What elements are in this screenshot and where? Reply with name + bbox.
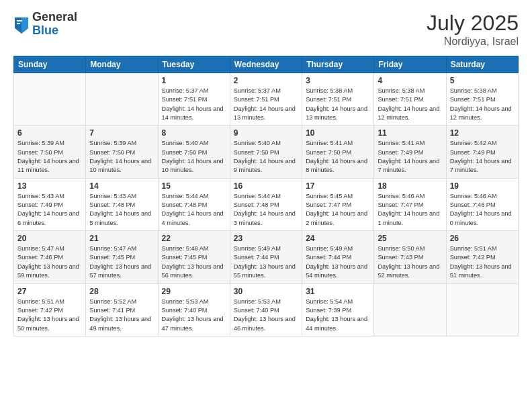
title-month: July 2025 <box>427 11 519 36</box>
calendar-cell <box>374 283 446 336</box>
calendar-cell: 6Sunrise: 5:39 AM Sunset: 7:50 PM Daylig… <box>14 126 86 178</box>
day-number: 9 <box>234 128 298 138</box>
day-number: 4 <box>378 76 442 85</box>
day-info: Sunrise: 5:40 AM Sunset: 7:50 PM Dayligh… <box>162 139 226 175</box>
day-number: 2 <box>234 76 298 85</box>
day-info: Sunrise: 5:39 AM Sunset: 7:50 PM Dayligh… <box>17 139 82 175</box>
day-info: Sunrise: 5:53 AM Sunset: 7:40 PM Dayligh… <box>162 298 226 333</box>
day-info: Sunrise: 5:44 AM Sunset: 7:48 PM Dayligh… <box>234 192 298 228</box>
day-number: 24 <box>306 234 370 243</box>
day-number: 5 <box>450 76 515 85</box>
calendar-cell: 19Sunrise: 5:46 AM Sunset: 7:46 PM Dayli… <box>446 178 518 230</box>
day-info: Sunrise: 5:41 AM Sunset: 7:50 PM Dayligh… <box>306 139 370 175</box>
day-number: 10 <box>306 128 370 138</box>
calendar-cell: 13Sunrise: 5:43 AM Sunset: 7:49 PM Dayli… <box>14 178 86 230</box>
day-number: 14 <box>89 181 154 191</box>
calendar-cell: 16Sunrise: 5:44 AM Sunset: 7:48 PM Dayli… <box>230 178 302 230</box>
day-number: 15 <box>162 181 226 191</box>
day-number: 7 <box>89 128 154 138</box>
day-number: 25 <box>378 234 442 243</box>
day-info: Sunrise: 5:47 AM Sunset: 7:46 PM Dayligh… <box>17 244 82 280</box>
calendar-cell: 31Sunrise: 5:54 AM Sunset: 7:39 PM Dayli… <box>302 283 374 336</box>
calendar-cell: 28Sunrise: 5:52 AM Sunset: 7:41 PM Dayli… <box>86 283 158 336</box>
header: General Blue July 2025 Nordiyya, Israel <box>13 11 519 48</box>
day-number: 16 <box>234 181 298 191</box>
day-number: 21 <box>89 234 154 243</box>
day-info: Sunrise: 5:45 AM Sunset: 7:47 PM Dayligh… <box>306 192 370 228</box>
calendar-header-row: Sunday Monday Tuesday Wednesday Thursday… <box>14 56 519 73</box>
calendar-cell: 9Sunrise: 5:40 AM Sunset: 7:50 PM Daylig… <box>230 126 302 178</box>
day-number: 18 <box>378 181 442 191</box>
calendar-week-5: 27Sunrise: 5:51 AM Sunset: 7:42 PM Dayli… <box>14 283 519 336</box>
calendar-cell: 30Sunrise: 5:53 AM Sunset: 7:40 PM Dayli… <box>230 283 302 336</box>
svg-rect-2 <box>17 20 22 21</box>
calendar-cell: 1Sunrise: 5:37 AM Sunset: 7:51 PM Daylig… <box>158 73 230 126</box>
day-number: 8 <box>162 128 226 138</box>
calendar-week-3: 13Sunrise: 5:43 AM Sunset: 7:49 PM Dayli… <box>14 178 519 230</box>
day-info: Sunrise: 5:48 AM Sunset: 7:45 PM Dayligh… <box>162 244 226 280</box>
day-info: Sunrise: 5:51 AM Sunset: 7:42 PM Dayligh… <box>450 244 515 280</box>
calendar-cell: 24Sunrise: 5:49 AM Sunset: 7:44 PM Dayli… <box>302 231 374 283</box>
calendar-cell: 3Sunrise: 5:38 AM Sunset: 7:51 PM Daylig… <box>302 73 374 126</box>
day-number: 26 <box>450 234 515 243</box>
col-friday: Friday <box>374 56 446 73</box>
page: General Blue July 2025 Nordiyya, Israel … <box>0 0 532 411</box>
day-number: 23 <box>234 234 298 243</box>
calendar-week-1: 1Sunrise: 5:37 AM Sunset: 7:51 PM Daylig… <box>14 73 519 126</box>
calendar-cell: 7Sunrise: 5:39 AM Sunset: 7:50 PM Daylig… <box>86 126 158 178</box>
calendar-cell: 11Sunrise: 5:41 AM Sunset: 7:49 PM Dayli… <box>374 126 446 178</box>
svg-marker-1 <box>21 17 28 34</box>
svg-rect-3 <box>17 23 20 24</box>
calendar-cell: 10Sunrise: 5:41 AM Sunset: 7:50 PM Dayli… <box>302 126 374 178</box>
calendar-cell: 26Sunrise: 5:51 AM Sunset: 7:42 PM Dayli… <box>446 231 518 283</box>
day-info: Sunrise: 5:38 AM Sunset: 7:51 PM Dayligh… <box>378 87 442 122</box>
day-info: Sunrise: 5:54 AM Sunset: 7:39 PM Dayligh… <box>306 298 370 333</box>
day-number: 1 <box>162 76 226 85</box>
calendar-cell <box>446 283 518 336</box>
day-number: 3 <box>306 76 370 85</box>
calendar-cell: 21Sunrise: 5:47 AM Sunset: 7:45 PM Dayli… <box>86 231 158 283</box>
day-number: 29 <box>162 287 226 296</box>
day-info: Sunrise: 5:47 AM Sunset: 7:45 PM Dayligh… <box>89 244 154 280</box>
col-wednesday: Wednesday <box>230 56 302 73</box>
day-info: Sunrise: 5:51 AM Sunset: 7:42 PM Dayligh… <box>17 298 82 333</box>
day-number: 27 <box>17 287 82 296</box>
day-info: Sunrise: 5:49 AM Sunset: 7:44 PM Dayligh… <box>234 244 298 280</box>
calendar-cell: 27Sunrise: 5:51 AM Sunset: 7:42 PM Dayli… <box>14 283 86 336</box>
day-number: 17 <box>306 181 370 191</box>
day-info: Sunrise: 5:38 AM Sunset: 7:51 PM Dayligh… <box>450 87 515 122</box>
calendar-cell: 14Sunrise: 5:43 AM Sunset: 7:48 PM Dayli… <box>86 178 158 230</box>
day-info: Sunrise: 5:40 AM Sunset: 7:50 PM Dayligh… <box>234 139 298 175</box>
calendar-week-4: 20Sunrise: 5:47 AM Sunset: 7:46 PM Dayli… <box>14 231 519 283</box>
day-info: Sunrise: 5:53 AM Sunset: 7:40 PM Dayligh… <box>234 298 298 333</box>
calendar-week-2: 6Sunrise: 5:39 AM Sunset: 7:50 PM Daylig… <box>14 126 519 178</box>
logo-icon <box>13 15 30 34</box>
day-number: 28 <box>89 287 154 296</box>
calendar-cell: 17Sunrise: 5:45 AM Sunset: 7:47 PM Dayli… <box>302 178 374 230</box>
day-info: Sunrise: 5:38 AM Sunset: 7:51 PM Dayligh… <box>306 87 370 122</box>
logo-general-text: General <box>32 11 77 24</box>
day-number: 22 <box>162 234 226 243</box>
col-saturday: Saturday <box>446 56 518 73</box>
day-info: Sunrise: 5:52 AM Sunset: 7:41 PM Dayligh… <box>89 298 154 333</box>
day-number: 12 <box>450 128 515 138</box>
calendar-cell <box>86 73 158 126</box>
day-info: Sunrise: 5:46 AM Sunset: 7:47 PM Dayligh… <box>378 192 442 228</box>
day-info: Sunrise: 5:44 AM Sunset: 7:48 PM Dayligh… <box>162 192 226 228</box>
calendar-cell: 22Sunrise: 5:48 AM Sunset: 7:45 PM Dayli… <box>158 231 230 283</box>
col-tuesday: Tuesday <box>158 56 230 73</box>
calendar-cell: 2Sunrise: 5:37 AM Sunset: 7:51 PM Daylig… <box>230 73 302 126</box>
title-block: July 2025 Nordiyya, Israel <box>427 11 519 48</box>
day-number: 13 <box>17 181 82 191</box>
calendar-cell: 12Sunrise: 5:42 AM Sunset: 7:49 PM Dayli… <box>446 126 518 178</box>
day-info: Sunrise: 5:39 AM Sunset: 7:50 PM Dayligh… <box>89 139 154 175</box>
day-info: Sunrise: 5:49 AM Sunset: 7:44 PM Dayligh… <box>306 244 370 280</box>
calendar-cell: 23Sunrise: 5:49 AM Sunset: 7:44 PM Dayli… <box>230 231 302 283</box>
calendar-cell: 25Sunrise: 5:50 AM Sunset: 7:43 PM Dayli… <box>374 231 446 283</box>
title-location: Nordiyya, Israel <box>427 36 519 48</box>
col-sunday: Sunday <box>14 56 86 73</box>
day-number: 11 <box>378 128 442 138</box>
logo: General Blue <box>13 11 77 38</box>
col-thursday: Thursday <box>302 56 374 73</box>
day-info: Sunrise: 5:43 AM Sunset: 7:48 PM Dayligh… <box>89 192 154 228</box>
